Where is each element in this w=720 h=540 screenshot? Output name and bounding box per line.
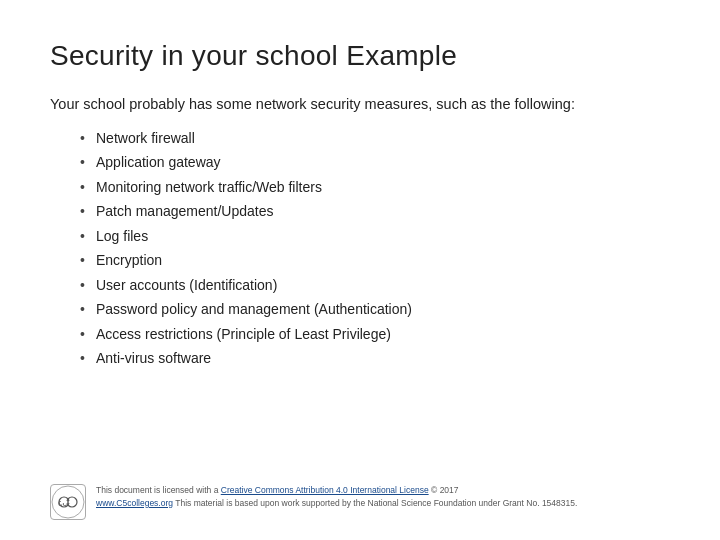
footer: cc This document is licensed with a Crea… xyxy=(50,476,670,520)
slide-title: Security in your school Example xyxy=(50,40,670,72)
cc-icon: cc xyxy=(50,484,86,520)
list-item: Network firewall xyxy=(80,126,670,151)
list-item: Encryption xyxy=(80,248,670,273)
footer-description: This material is based upon work support… xyxy=(175,498,577,508)
list-item: Anti-virus software xyxy=(80,346,670,371)
list-item: Application gateway xyxy=(80,150,670,175)
list-item: Log files xyxy=(80,224,670,249)
footer-copyright: © 2017 xyxy=(431,485,459,495)
footer-license-prefix: This document is licensed with a xyxy=(96,485,218,495)
list-item: Password policy and management (Authenti… xyxy=(80,297,670,322)
list-item: User accounts (Identification) xyxy=(80,273,670,298)
list-item: Monitoring network traffic/Web filters xyxy=(80,175,670,200)
slide: Security in your school Example Your sch… xyxy=(0,0,720,540)
intro-paragraph: Your school probably has some network se… xyxy=(50,94,670,116)
footer-site-link[interactable]: www.C5colleges.org xyxy=(96,498,173,508)
main-content: Security in your school Example Your sch… xyxy=(50,40,670,476)
footer-text: This document is licensed with a Creativ… xyxy=(96,484,577,510)
list-item: Access restrictions (Principle of Least … xyxy=(80,322,670,347)
svg-point-0 xyxy=(52,486,84,518)
footer-license-link[interactable]: Creative Commons Attribution 4.0 Interna… xyxy=(221,485,429,495)
list-item: Patch management/Updates xyxy=(80,199,670,224)
bullet-list: Network firewallApplication gatewayMonit… xyxy=(50,126,670,371)
